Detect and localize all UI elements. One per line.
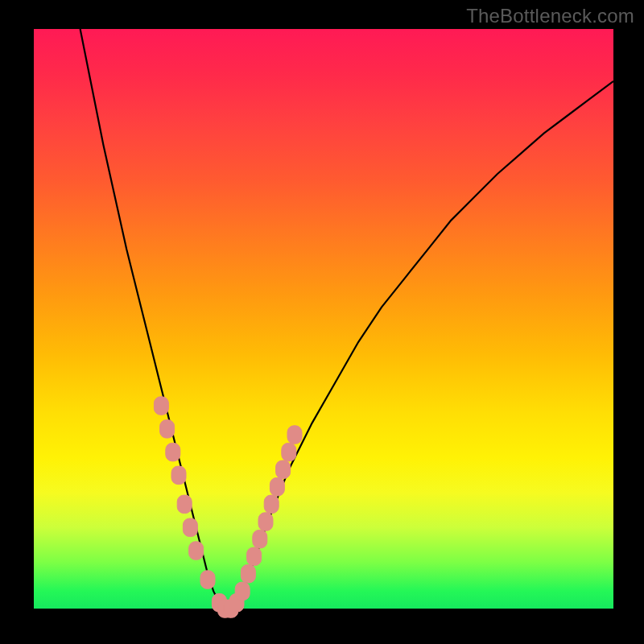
- sample-marker: [171, 466, 186, 485]
- sample-marker: [189, 542, 204, 560]
- watermark-text: TheBottleneck.com: [466, 5, 634, 27]
- bottleneck-curve: [80, 29, 613, 609]
- sample-marker: [270, 478, 284, 497]
- sample-marker: [264, 495, 279, 514]
- sample-marker: [276, 460, 291, 479]
- sample-marker: [235, 582, 250, 601]
- sample-marker: [282, 443, 296, 461]
- sample-marker: [177, 495, 192, 514]
- sample-marker: [160, 420, 175, 439]
- chart-svg: [34, 29, 613, 609]
- sample-marker: [241, 565, 255, 584]
- sample-marker: [247, 547, 262, 566]
- chart-root: TheBottleneck.com: [0, 0, 644, 644]
- sample-marker: [154, 397, 168, 415]
- plot-area: [34, 29, 613, 609]
- sample-marker: [200, 571, 215, 589]
- sample-marker: [253, 530, 267, 548]
- sample-marker: [258, 513, 273, 531]
- sample-markers: [154, 397, 302, 618]
- sample-marker: [166, 443, 180, 461]
- sample-marker: [287, 426, 302, 444]
- sample-marker: [183, 518, 197, 537]
